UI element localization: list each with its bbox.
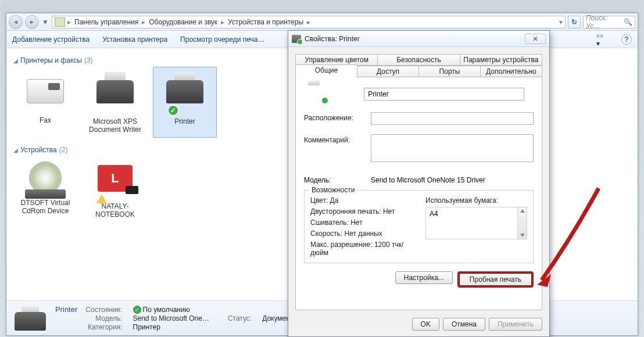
refresh-button[interactable]: ↻ <box>568 16 581 28</box>
tab-pane-general: Printer Расположение: Комментарий: Модел… <box>295 77 542 310</box>
cap-stapler: Сшиватель: Нет <box>310 218 418 227</box>
capabilities-group: Возможности Цвет: Да Двусторонняя печать… <box>304 190 534 263</box>
nav-back-button[interactable]: ◄ <box>9 15 23 29</box>
fax-icon <box>27 79 64 103</box>
control-panel-icon <box>55 17 65 27</box>
chevron-right-icon: ▸ <box>307 18 310 26</box>
settings-button[interactable]: Настройка... <box>395 271 453 284</box>
details-model-value: Send to Microsoft One… <box>133 314 209 322</box>
apply-button[interactable]: Применить <box>489 318 542 331</box>
scrollbar[interactable] <box>517 207 527 239</box>
tab-sharing[interactable]: Доступ <box>357 66 419 77</box>
printer-icon <box>166 80 203 103</box>
collapse-icon: ◢ <box>13 147 18 153</box>
paper-listbox[interactable]: A4 <box>425 207 527 239</box>
details-status-label: Статус: <box>228 314 252 322</box>
help-icon[interactable]: ? <box>621 34 632 45</box>
group-count: (3) <box>84 56 93 64</box>
dialog-titlebar[interactable]: Свойства: Printer ✕ <box>288 31 549 47</box>
printer-icon <box>304 85 327 103</box>
details-state-label: Состояние: <box>85 306 122 314</box>
breadcrumb-seg-hardware[interactable]: Оборудование и звук <box>145 18 221 26</box>
view-options-button[interactable]: ▭ ▾ <box>596 34 609 45</box>
tab-advanced[interactable]: Дополнительно <box>480 66 542 77</box>
cap-maxres: Макс. разрешение: 1200 тчк/дюйм <box>310 241 418 257</box>
details-category-label: Категория: <box>85 323 122 331</box>
search-input[interactable]: Поиск: Ус… 🔍 <box>583 16 635 28</box>
tab-device-settings[interactable]: Параметры устройства <box>460 54 542 66</box>
group-count: (2) <box>59 146 68 154</box>
paper-label: Используемая бумага: <box>425 196 527 205</box>
cancel-button[interactable]: Отмена <box>443 318 485 331</box>
group-title: Устройства <box>20 146 57 154</box>
tab-general[interactable]: Общие <box>295 64 357 77</box>
search-placeholder: Поиск: Ус… <box>586 14 624 30</box>
nav-forward-button[interactable]: ► <box>25 15 39 29</box>
cmd-view-queue[interactable]: Просмотр очереди печа… <box>180 35 264 44</box>
details-printer-icon <box>12 305 48 332</box>
device-label: Fax <box>15 116 76 124</box>
device-dtsoft[interactable]: DTSOFT Virtual CdRom Device <box>13 156 77 223</box>
nav-history-dropdown[interactable]: ▼ <box>41 18 49 26</box>
close-button[interactable]: ✕ <box>525 34 546 44</box>
device-xps[interactable]: Microsoft XPS Document Writer <box>83 67 147 138</box>
device-printer[interactable]: ✓ Printer <box>153 67 217 138</box>
details-model-label: Модель: <box>85 314 122 322</box>
cmd-add-device[interactable]: Добавление устройства <box>12 35 90 44</box>
warning-icon <box>96 194 107 203</box>
details-state-value: ✓По умолчанию <box>133 306 209 314</box>
test-print-button[interactable]: Пробная печать <box>457 271 534 288</box>
printer-properties-dialog: Свойства: Printer ✕ Управление цветом Бе… <box>288 30 550 337</box>
cap-speed: Скорость: Нет данных <box>310 230 418 238</box>
device-label: NATALY-NOTEBOOK <box>85 202 145 218</box>
comment-label: Комментарий: <box>304 134 365 144</box>
capabilities-legend: Возможности <box>309 186 357 194</box>
model-label: Модель: <box>304 176 365 184</box>
breadcrumb-dropdown-icon[interactable]: ▾ <box>559 18 563 26</box>
device-label: DTSOFT Virtual CdRom Device <box>15 199 76 215</box>
address-bar: ◄ ► ▼ ▸ Панель управления ▸ Оборудование… <box>6 13 638 31</box>
breadcrumb[interactable]: ▸ Панель управления ▸ Оборудование и зву… <box>52 16 566 28</box>
collapse-icon: ◢ <box>13 58 18 64</box>
tab-color-management[interactable]: Управление цветом <box>295 54 378 66</box>
default-check-icon: ✓ <box>167 105 179 116</box>
paper-item: A4 <box>430 210 438 218</box>
device-label: Printer <box>155 117 215 126</box>
details-title: Printer <box>55 305 77 314</box>
printer-name-input[interactable]: Printer <box>364 88 524 101</box>
device-fax[interactable]: Fax <box>13 67 77 138</box>
printer-icon <box>292 35 301 43</box>
tab-security[interactable]: Безопасность <box>377 54 460 66</box>
cap-color: Цвет: Да <box>310 196 418 205</box>
comment-input[interactable] <box>371 134 534 162</box>
cmd-add-printer[interactable]: Установка принтера <box>102 35 167 44</box>
device-notebook[interactable]: L NATALY-NOTEBOOK <box>83 156 147 223</box>
group-title: Принтеры и факсы <box>20 56 82 64</box>
device-label: Microsoft XPS Document Writer <box>85 117 145 134</box>
ok-button[interactable]: OK <box>412 318 439 331</box>
details-category-value: Принтер <box>133 323 209 331</box>
breadcrumb-seg-devices[interactable]: Устройства и принтеры <box>224 18 307 26</box>
printer-icon <box>96 80 134 103</box>
dialog-title: Свойства: Printer <box>305 35 360 43</box>
model-value: Send to Microsoft OneNote 15 Driver <box>371 176 485 184</box>
breadcrumb-seg-control-panel[interactable]: Панель управления <box>71 18 142 26</box>
tab-strip: Управление цветом Безопасность Параметры… <box>295 54 542 77</box>
location-label: Расположение: <box>304 112 365 122</box>
computer-icon: L <box>98 165 133 192</box>
cap-duplex: Двусторонняя печать: Нет <box>310 207 418 216</box>
search-icon: 🔍 <box>624 18 632 26</box>
tab-ports[interactable]: Порты <box>418 66 481 77</box>
check-icon: ✓ <box>133 306 141 314</box>
location-input[interactable] <box>371 112 534 125</box>
